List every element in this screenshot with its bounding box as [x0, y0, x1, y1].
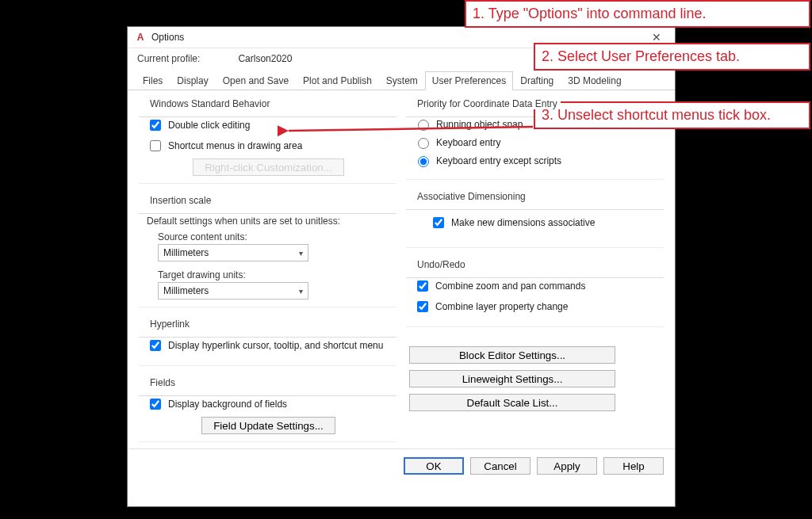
- radio-label: Keyboard entry: [436, 137, 500, 148]
- source-units-value: Millimeters: [163, 247, 209, 258]
- checkbox-hyperlink-cursor[interactable]: Display hyperlink cursor, tooltip, and s…: [147, 338, 390, 353]
- group-insertion-scale: Insertion scale Default settings when un…: [139, 195, 396, 307]
- checkbox-label: Display background of fields: [168, 399, 287, 410]
- tab-3d-modeling[interactable]: 3D Modeling: [561, 71, 628, 90]
- legend-hyperlink: Hyperlink: [147, 319, 193, 330]
- right-click-customization-button[interactable]: Right-click Customization...: [193, 158, 344, 176]
- app-logo-icon: A: [134, 31, 147, 44]
- right-column: Priority for Coordinate Data Entry Runni…: [406, 98, 664, 442]
- legend-insertion: Insertion scale: [147, 195, 214, 206]
- group-windows-standard-behavior: Windows Standard Behavior Double click e…: [139, 98, 396, 184]
- chevron-down-icon: ▾: [299, 249, 303, 258]
- target-units-value: Millimeters: [163, 285, 209, 296]
- target-units-select[interactable]: Millimeters ▾: [158, 282, 308, 300]
- help-button[interactable]: Help: [603, 457, 664, 475]
- checkbox-fields-background[interactable]: Display background of fields: [147, 396, 390, 412]
- group-associative-dim: Associative Dimensioning Make new dimens…: [406, 191, 664, 248]
- radio-input[interactable]: [418, 138, 429, 149]
- checkbox-input[interactable]: [150, 399, 161, 410]
- tab-display[interactable]: Display: [170, 71, 215, 90]
- cancel-button[interactable]: Cancel: [470, 457, 530, 475]
- radio-input[interactable]: [418, 156, 429, 167]
- group-hyperlink: Hyperlink Display hyperlink cursor, tool…: [139, 319, 396, 366]
- checkbox-label: Make new dimensions associative: [451, 217, 595, 228]
- tab-user-preferences[interactable]: User Preferences: [425, 71, 513, 90]
- checkbox-label: Combine zoom and pan commands: [435, 280, 585, 292]
- dialog-body: Windows Standard Behavior Double click e…: [128, 90, 675, 448]
- checkbox-input[interactable]: [417, 301, 428, 312]
- checkbox-assoc-dim[interactable]: Make new dimensions associative: [430, 215, 657, 231]
- radio-input[interactable]: [418, 120, 429, 131]
- legend-wsb: Windows Standard Behavior: [147, 98, 273, 109]
- window-title: Options: [151, 32, 184, 43]
- chevron-down-icon: ▾: [299, 287, 303, 296]
- ok-button[interactable]: OK: [404, 457, 464, 475]
- target-units-label: Target drawing units:: [158, 269, 390, 280]
- callout-step-3: 3. Unselect shortcut menus tick box.: [534, 101, 810, 129]
- stage: A Options ✕ Current profile: Carlson2020…: [0, 0, 812, 519]
- legend-priority: Priority for Coordinate Data Entry: [414, 98, 561, 109]
- profile-value: Carlson2020: [238, 53, 292, 64]
- tabs: FilesDisplayOpen and SavePlot and Publis…: [128, 71, 675, 90]
- close-icon[interactable]: ✕: [645, 31, 668, 44]
- checkbox-label: Shortcut menus in drawing area: [168, 140, 302, 151]
- checkbox-input[interactable]: [150, 340, 161, 351]
- default-scale-list-button[interactable]: Default Scale List...: [409, 394, 615, 411]
- field-update-settings-button[interactable]: Field Update Settings...: [201, 417, 335, 434]
- options-dialog: A Options ✕ Current profile: Carlson2020…: [127, 26, 676, 507]
- radio-label: Keyboard entry except scripts: [436, 155, 561, 166]
- checkbox-input[interactable]: [417, 280, 428, 292]
- tab-drafting[interactable]: Drafting: [513, 71, 561, 90]
- legend-assoc: Associative Dimensioning: [414, 191, 529, 202]
- left-column: Windows Standard Behavior Double click e…: [139, 98, 396, 442]
- checkbox-combine-zoom-pan[interactable]: Combine zoom and pan commands: [414, 278, 657, 294]
- checkbox-shortcut-menus[interactable]: Shortcut menus in drawing area: [147, 138, 390, 154]
- tab-open-and-save[interactable]: Open and Save: [216, 71, 296, 90]
- block-editor-settings-button[interactable]: Block Editor Settings...: [409, 346, 615, 364]
- legend-fields: Fields: [147, 377, 178, 388]
- legend-undo: Undo/Redo: [414, 259, 469, 270]
- group-fields: Fields Display background of fields Fiel…: [139, 377, 396, 442]
- callout-step-2: 2. Select User Preferences tab.: [534, 43, 810, 71]
- tab-system[interactable]: System: [379, 71, 425, 90]
- source-units-label: Source content units:: [158, 231, 390, 242]
- checkbox-combine-layer-prop[interactable]: Combine layer property change: [414, 299, 657, 315]
- lineweight-settings-button[interactable]: Lineweight Settings...: [409, 370, 615, 387]
- source-units-select[interactable]: Millimeters ▾: [158, 244, 308, 261]
- group-undo-redo: Undo/Redo Combine zoom and pan commands …: [406, 259, 664, 327]
- radio-keyboard-entry[interactable]: Keyboard entry: [414, 135, 657, 149]
- checkbox-label: Display hyperlink cursor, tooltip, and s…: [168, 340, 383, 351]
- insertion-default-note: Default settings when units are set to u…: [147, 216, 390, 227]
- dialog-footer: OK Cancel Apply Help: [128, 448, 675, 483]
- checkbox-label: Double click editing: [168, 120, 250, 131]
- radio-label: Running object snap: [436, 119, 523, 130]
- callout-step-1: 1. Type "Options" into command line.: [465, 0, 810, 28]
- checkbox-input-double-click[interactable]: [150, 120, 161, 131]
- tab-plot-and-publish[interactable]: Plot and Publish: [296, 71, 379, 90]
- checkbox-double-click-editing[interactable]: Double click editing: [147, 117, 390, 133]
- apply-button[interactable]: Apply: [537, 457, 597, 475]
- checkbox-input-shortcut-menus[interactable]: [150, 140, 161, 151]
- radio-keyboard-except-scripts[interactable]: Keyboard entry except scripts: [414, 154, 657, 167]
- tab-files[interactable]: Files: [136, 71, 170, 90]
- checkbox-label: Combine layer property change: [435, 301, 568, 312]
- profile-label: Current profile:: [137, 53, 200, 64]
- right-button-stack: Block Editor Settings... Lineweight Sett…: [409, 346, 664, 411]
- checkbox-input[interactable]: [433, 217, 444, 228]
